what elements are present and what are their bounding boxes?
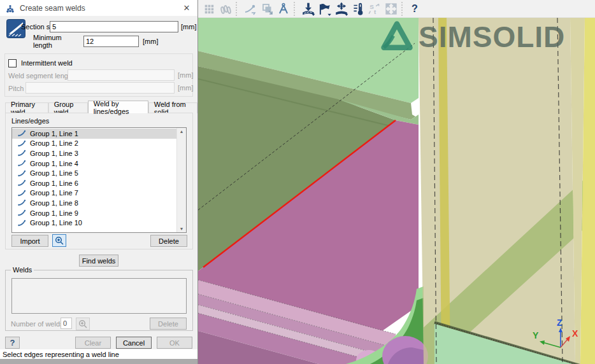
transform-weld-icon: S t	[368, 2, 382, 16]
flag-weld-icon	[318, 2, 332, 16]
tab-primary-weld[interactable]: Primary weld	[5, 102, 48, 113]
flag-weld-icon[interactable]	[317, 1, 333, 17]
section-size-unit: [mm]	[181, 21, 196, 32]
ok-button: OK	[157, 337, 192, 349]
axis-y-label: Y	[533, 330, 539, 340]
svg-text:t: t	[374, 8, 376, 15]
list-item[interactable]: Group 1, Line 1	[12, 129, 176, 139]
dialog-title: Create seam welds	[20, 4, 181, 13]
create-seam-welds-dialog: Create seam welds ✕ Section size [mm] Mi…	[0, 0, 198, 364]
number-of-welds-value	[61, 318, 72, 329]
toolbar-help-button[interactable]: ?	[408, 1, 421, 17]
find-welds-button[interactable]: Find welds	[79, 255, 118, 267]
spot-welds-icon	[219, 3, 232, 15]
coordinate-triad: Z Y X	[531, 317, 586, 358]
list-item[interactable]: Group 1, Line 2	[12, 139, 176, 149]
measure-compass-icon	[277, 3, 290, 15]
transform-weld-icon[interactable]: S t	[367, 1, 382, 17]
pitch-row: Pitch	[8, 83, 24, 94]
list-item[interactable]: Group 1, Line 8	[12, 198, 176, 208]
fit-view-weld-icon[interactable]	[384, 1, 399, 17]
section-size-input[interactable]	[50, 21, 178, 32]
zoom-to-selection-button[interactable]	[52, 234, 66, 247]
status-text: Select edges representing a weld line	[3, 351, 119, 358]
tab-weld-from-solid[interactable]: Weld from solid	[148, 102, 197, 113]
list-item[interactable]: Group 1, Line 7	[12, 188, 176, 199]
dialog-bottom-strip	[0, 359, 197, 364]
zoom-to-welds-button	[76, 318, 90, 330]
axis-x-label: X	[572, 328, 578, 339]
pitch-label: Pitch	[8, 85, 24, 92]
magnifier-plus-icon	[78, 319, 87, 328]
fit-view-weld-icon	[384, 2, 398, 16]
list-scrollbar[interactable]: ▲ ▼	[176, 128, 186, 232]
copy-welds-icon	[261, 3, 273, 15]
main-toolbar: S t ?	[198, 0, 595, 18]
cancel-button[interactable]: Cancel	[116, 337, 152, 349]
list-item[interactable]: Group 1, Line 10	[12, 218, 176, 228]
scroll-up-icon[interactable]: ▲	[180, 129, 184, 134]
pick-seam-icon[interactable]	[243, 1, 258, 17]
lines-edges-rows: Group 1, Line 1 Group 1, Line 2 Group 1,…	[12, 128, 176, 232]
simsolid-app-window: S t ?	[0, 0, 595, 364]
spot-welds-icon[interactable]	[218, 1, 233, 17]
toolbar-separator	[401, 2, 406, 16]
pitch-input	[25, 82, 175, 94]
seam-weld-dialog-icon	[5, 3, 15, 13]
delete-welds-button: Delete	[150, 318, 187, 330]
toolbar-separator	[236, 2, 240, 16]
minimum-length-label: Minimum length	[33, 34, 82, 49]
intermittent-weld-label: Intermittent weld	[21, 59, 73, 67]
weld-segment-length-row: Weld segment length	[8, 70, 74, 81]
list-item[interactable]: Group 1, Line 6	[12, 178, 176, 188]
dialog-help-button[interactable]: ?	[5, 337, 20, 349]
pick-seam-icon	[244, 3, 257, 15]
weld-segment-length-input	[68, 69, 175, 81]
magnifier-plus-icon	[55, 236, 64, 245]
apply-seam-weld-icon	[301, 2, 315, 16]
move-weld-icon[interactable]	[334, 1, 349, 17]
tab-group-weld[interactable]: Group weld	[48, 102, 88, 113]
weld-segment-length-label: Weld segment length	[8, 72, 74, 80]
weld-tabs: Primary weld Group weld Weld by lines/ed…	[5, 101, 197, 113]
delete-lines-button[interactable]: Delete	[150, 235, 187, 247]
copy-welds-icon[interactable]	[259, 1, 275, 17]
move-weld-icon	[334, 2, 348, 16]
welds-group-label: Welds	[11, 266, 34, 274]
list-item[interactable]: Group 1, Line 3	[12, 148, 176, 158]
tab-weld-by-lines-edges[interactable]: Weld by lines/edges	[88, 101, 148, 113]
axis-z-label: Z	[557, 318, 563, 328]
list-item[interactable]: Group 1, Line 9	[12, 208, 176, 218]
minimum-length-row: Minimum length	[33, 36, 82, 47]
thermal-weld-icon	[351, 2, 365, 16]
close-icon[interactable]: ✕	[181, 3, 192, 13]
scroll-down-icon[interactable]: ▼	[180, 227, 184, 231]
3d-viewport[interactable]: SIMSOLID Z Y X	[198, 18, 595, 364]
minimum-length-unit: [mm]	[143, 36, 158, 47]
model-scene	[198, 18, 595, 364]
toolbar-separator	[294, 2, 298, 16]
apply-seam-weld-icon[interactable]	[301, 1, 316, 17]
welds-list[interactable]	[11, 278, 187, 314]
list-item[interactable]: Group 1, Line 5	[12, 168, 176, 178]
number-of-welds-label: Number of welds	[11, 320, 64, 328]
thermal-weld-icon[interactable]	[350, 1, 366, 17]
minimum-length-input[interactable]	[83, 36, 139, 47]
grid-snap-icon	[203, 3, 215, 15]
import-button[interactable]: Import	[11, 235, 48, 247]
intermittent-weld-checkbox[interactable]	[8, 59, 17, 67]
intermittent-weld-row: Intermittent weld	[8, 59, 73, 67]
status-bar: Select edges representing a weld line	[0, 349, 197, 359]
list-item[interactable]: Group 1, Line 4	[12, 158, 176, 169]
clear-button: Clear	[75, 337, 111, 349]
measure-compass-icon[interactable]	[276, 1, 291, 17]
grid-snap-icon[interactable]	[201, 1, 217, 17]
weld-by-lines-edges-panel: Lines/edges Group 1, Line 1 Group 1, Lin…	[5, 113, 193, 249]
lines-edges-list[interactable]: Group 1, Line 1 Group 1, Line 2 Group 1,…	[11, 127, 187, 233]
dialog-titlebar[interactable]: Create seam welds ✕	[0, 0, 197, 17]
lines-edges-label: Lines/edges	[11, 117, 49, 125]
